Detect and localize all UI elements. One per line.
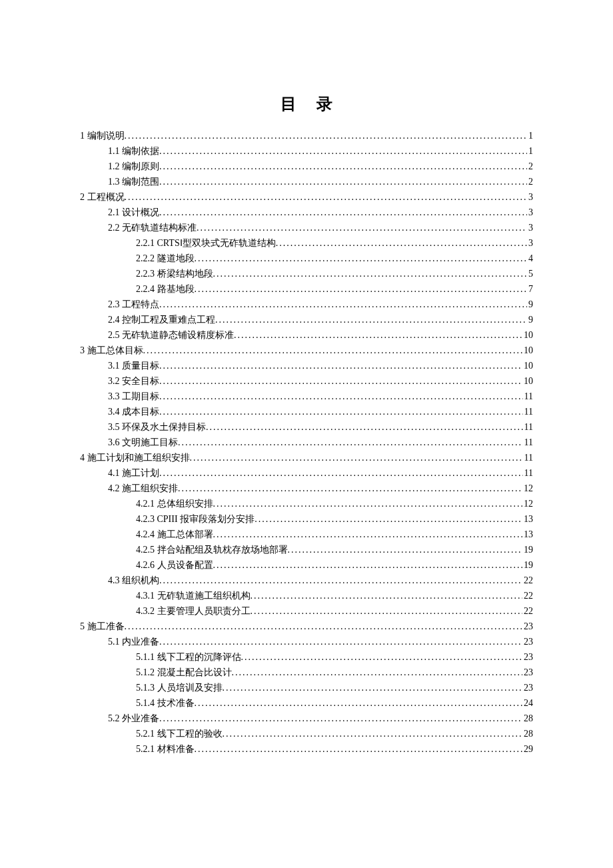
toc-entry-page: 10 — [522, 327, 533, 343]
toc-dots — [178, 435, 523, 450]
toc-dots — [143, 343, 523, 358]
toc-entry-label: 5.2.1 线下工程的验收 — [136, 726, 223, 741]
toc-entry: 5.1.4 技术准备24 — [80, 695, 533, 711]
toc-entry: 2.2.3 桥梁结构地段5 — [80, 266, 533, 281]
toc-entry-page: 9 — [527, 297, 533, 312]
toc-entry-label: 4.3 组织机构 — [108, 573, 159, 588]
toc-entry: 1 编制说明1 — [80, 128, 533, 143]
toc-entry-page: 7 — [527, 281, 533, 297]
toc-entry-page: 11 — [523, 404, 533, 419]
toc-dots — [159, 573, 522, 588]
toc-dots — [159, 389, 523, 404]
toc-entry: 3.5 环保及水土保持目标11 — [80, 419, 533, 435]
toc-dots — [159, 297, 527, 312]
toc-dots — [178, 481, 522, 496]
toc-entry-page: 3 — [527, 235, 533, 251]
toc-entry: 4.3 组织机构22 — [80, 573, 533, 588]
toc-entry-page: 11 — [523, 450, 533, 465]
toc-dots — [288, 542, 523, 557]
toc-entry: 1.3 编制范围2 — [80, 174, 533, 189]
toc-entry-page: 10 — [522, 373, 533, 389]
toc-entry-label: 5.1.1 线下工程的沉降评估 — [136, 649, 241, 665]
toc-entry: 1.1 编制依据1 — [80, 143, 533, 159]
toc-entry-page: 22 — [522, 603, 533, 619]
toc-entry-label: 2.2.4 路基地段 — [136, 281, 195, 297]
toc-entry-page: 2 — [527, 159, 533, 174]
toc-entry: 5.2 外业准备28 — [80, 711, 533, 726]
toc-entry: 4.1 施工计划11 — [80, 465, 533, 481]
toc-entry-label: 2.5 无砟轨道静态铺设精度标准 — [108, 327, 234, 343]
toc-entry-label: 4.3.1 无砟轨道施工组织机构 — [136, 588, 251, 603]
toc-dots — [255, 511, 522, 527]
toc-dots — [125, 619, 523, 634]
toc-entry: 4.3.1 无砟轨道施工组织机构22 — [80, 588, 533, 603]
toc-entry-label: 5.1 内业准备 — [108, 634, 159, 649]
toc-entry-label: 2.2.1 CRTSⅠ型双块式无砟轨道结构 — [136, 235, 276, 251]
toc-dots — [213, 527, 523, 542]
toc-entry-label: 3.4 成本目标 — [108, 404, 159, 419]
toc-entry: 3.6 文明施工目标11 — [80, 435, 533, 450]
toc-entry-label: 3.5 环保及水土保持目标 — [108, 419, 206, 435]
toc-entry-page: 11 — [523, 435, 533, 450]
toc-entry-label: 3.2 安全目标 — [108, 373, 159, 389]
toc-entry-page: 5 — [527, 266, 533, 281]
toc-entry-page: 3 — [527, 205, 533, 220]
toc-entry-page: 24 — [522, 695, 533, 711]
toc-entry-page: 10 — [522, 358, 533, 373]
toc-dots — [159, 174, 527, 189]
toc-entry-label: 1.1 编制依据 — [108, 143, 159, 159]
toc-entry-label: 2 工程概况 — [80, 189, 125, 205]
toc-dots — [159, 159, 527, 174]
toc-entry-label: 4.2.6 人员设备配置 — [136, 557, 213, 573]
toc-title: 目录 — [80, 93, 533, 115]
toc-dots — [234, 327, 522, 343]
toc-entry-label: 4.3.2 主要管理人员职责分工 — [136, 603, 251, 619]
toc-entry-label: 3.6 文明施工目标 — [108, 435, 178, 450]
toc-dots — [125, 189, 528, 205]
toc-entry-label: 5.1.4 技术准备 — [136, 695, 195, 711]
toc-entry: 2.2.2 隧道地段4 — [80, 251, 533, 266]
toc-entry-page: 3 — [527, 220, 533, 235]
toc-entry-label: 4.2 施工组织安排 — [108, 481, 178, 496]
toc-entry-label: 3.3 工期目标 — [108, 389, 159, 404]
toc-entry-label: 2.2 无砟轨道结构标准 — [108, 220, 197, 235]
toc-entry: 2.3 工程特点9 — [80, 297, 533, 312]
toc-entry-page: 22 — [522, 573, 533, 588]
toc-dots — [197, 220, 527, 235]
toc-entry-page: 3 — [527, 189, 533, 205]
toc-dots — [125, 128, 528, 143]
toc-entry: 4.2.4 施工总体部署13 — [80, 527, 533, 542]
toc-entry-page: 12 — [522, 481, 533, 496]
toc-entry: 2.2.4 路基地段7 — [80, 281, 533, 297]
toc-entry-page: 23 — [522, 649, 533, 665]
toc-entry-label: 3.1 质量目标 — [108, 358, 159, 373]
toc-entry: 1.2 编制原则2 — [80, 159, 533, 174]
toc-dots — [241, 649, 523, 665]
toc-entry: 3.1 质量目标10 — [80, 358, 533, 373]
toc-entry: 5.1.3 人员培训及安排23 — [80, 680, 533, 695]
toc-entry: 5.2.1 材料准备29 — [80, 741, 533, 757]
toc-dots — [159, 143, 527, 159]
toc-entry-label: 5.1.3 人员培训及安排 — [136, 680, 223, 695]
toc-dots — [213, 266, 528, 281]
toc-entry-label: 4.2.3 CPIII 报审段落划分安排 — [136, 511, 255, 527]
toc-dots — [195, 695, 523, 711]
toc-entry-label: 4.2.1 总体组织安排 — [136, 496, 213, 511]
toc-entry-page: 11 — [523, 465, 533, 481]
toc-entry: 2.1 设计概况3 — [80, 205, 533, 220]
toc-entry-label: 3 施工总体目标 — [80, 343, 143, 358]
toc-entry-page: 11 — [523, 419, 533, 435]
toc-entry: 3 施工总体目标10 — [80, 343, 533, 358]
toc-dots — [195, 741, 523, 757]
toc-entry: 4.2.1 总体组织安排12 — [80, 496, 533, 511]
toc-entry-label: 1.3 编制范围 — [108, 174, 159, 189]
toc-entry-page: 11 — [523, 389, 533, 404]
toc-entry: 2.2.1 CRTSⅠ型双块式无砟轨道结构3 — [80, 235, 533, 251]
toc-entry: 4.2.6 人员设备配置19 — [80, 557, 533, 573]
toc-dots — [213, 496, 523, 511]
toc-entry-page: 4 — [527, 251, 533, 266]
toc-entry-page: 19 — [522, 557, 533, 573]
toc-entry-page: 13 — [522, 527, 533, 542]
toc-entry: 2.2 无砟轨道结构标准3 — [80, 220, 533, 235]
toc-dots — [159, 373, 522, 389]
